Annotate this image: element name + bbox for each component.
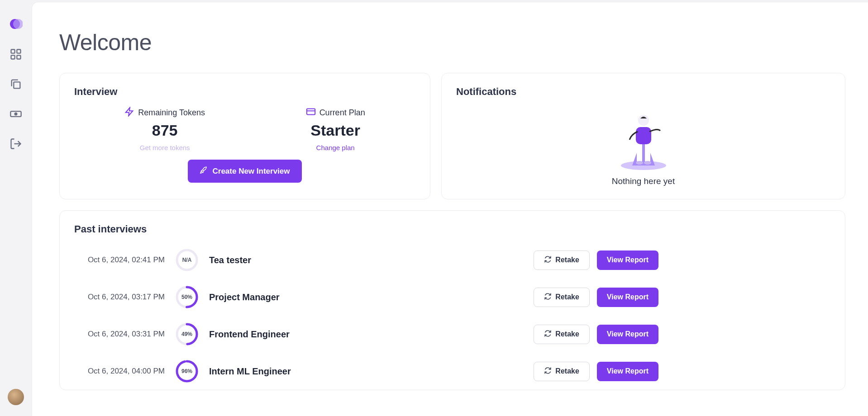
main-content: Welcome Interview Remaining Tokens 875 G… bbox=[32, 2, 868, 416]
svg-rect-3 bbox=[17, 50, 20, 53]
score-text: 49% bbox=[175, 322, 199, 346]
interview-title: Intern ML Engineer bbox=[209, 366, 524, 377]
notifications-empty-text: Nothing here yet bbox=[612, 176, 675, 186]
svg-rect-2 bbox=[11, 50, 15, 53]
interview-date: Oct 6, 2024, 03:17 PM bbox=[74, 293, 165, 302]
svg-rect-5 bbox=[17, 55, 20, 59]
retake-button[interactable]: Retake bbox=[534, 251, 589, 270]
retake-label: Retake bbox=[555, 256, 579, 264]
view-report-button[interactable]: View Report bbox=[597, 251, 658, 270]
interview-heading: Interview bbox=[74, 86, 415, 98]
interview-title: Project Manager bbox=[209, 292, 524, 303]
interview-title: Tea tester bbox=[209, 255, 524, 265]
interview-date: Oct 6, 2024, 02:41 PM bbox=[74, 255, 165, 265]
lightning-icon bbox=[124, 107, 134, 119]
nav-billing-icon[interactable] bbox=[10, 108, 22, 120]
nav-copy-icon[interactable] bbox=[10, 78, 22, 90]
app-logo bbox=[9, 17, 23, 31]
score-text: 50% bbox=[175, 285, 199, 309]
view-report-button[interactable]: View Report bbox=[597, 325, 658, 344]
svg-rect-12 bbox=[637, 143, 642, 162]
get-tokens-link[interactable]: Get more tokens bbox=[140, 144, 190, 151]
avatar[interactable] bbox=[8, 389, 24, 405]
notifications-card: Notifications bbox=[441, 73, 845, 199]
retake-label: Retake bbox=[555, 293, 579, 301]
past-interviews-card: Past interviews Oct 6, 2024, 02:41 PM N/… bbox=[59, 210, 845, 390]
refresh-icon bbox=[544, 255, 552, 265]
retake-button[interactable]: Retake bbox=[534, 325, 589, 344]
score-ring: 49% bbox=[175, 322, 199, 346]
svg-point-17 bbox=[644, 161, 651, 165]
svg-rect-4 bbox=[11, 55, 15, 59]
retake-button[interactable]: Retake bbox=[534, 362, 589, 381]
sidebar bbox=[0, 0, 32, 416]
score-ring: 50% bbox=[175, 285, 199, 309]
score-ring: N/A bbox=[175, 248, 199, 272]
plan-label: Current Plan bbox=[320, 108, 365, 118]
interview-card: Interview Remaining Tokens 875 Get more … bbox=[59, 73, 430, 199]
interview-date: Oct 6, 2024, 03:31 PM bbox=[74, 330, 165, 339]
change-plan-link[interactable]: Change plan bbox=[316, 144, 355, 151]
page-title: Welcome bbox=[59, 29, 845, 56]
svg-point-8 bbox=[15, 113, 17, 115]
past-heading: Past interviews bbox=[74, 223, 830, 235]
past-interview-row: Oct 6, 2024, 03:17 PM 50% Project Manage… bbox=[74, 279, 830, 316]
score-text: 96% bbox=[175, 359, 199, 383]
refresh-icon bbox=[544, 330, 552, 339]
retake-label: Retake bbox=[555, 330, 579, 338]
refresh-icon bbox=[544, 293, 552, 302]
nav-logout-icon[interactable] bbox=[10, 137, 22, 150]
interview-title: Frontend Engineer bbox=[209, 329, 524, 340]
svg-point-16 bbox=[636, 161, 643, 165]
view-report-button[interactable]: View Report bbox=[597, 288, 658, 307]
past-interview-row: Oct 6, 2024, 02:41 PM N/A Tea tester Ret… bbox=[74, 241, 830, 279]
card-icon bbox=[306, 107, 316, 119]
notifications-heading: Notifications bbox=[456, 86, 830, 98]
empty-illustration bbox=[619, 107, 668, 170]
plan-stat: Current Plan Starter Change plan bbox=[306, 107, 365, 151]
view-report-button[interactable]: View Report bbox=[597, 362, 658, 381]
retake-label: Retake bbox=[555, 367, 579, 375]
plan-value: Starter bbox=[310, 122, 360, 139]
refresh-icon bbox=[544, 367, 552, 376]
svg-rect-9 bbox=[306, 109, 315, 115]
svg-rect-14 bbox=[636, 127, 651, 144]
create-interview-button[interactable]: Create New Interview bbox=[188, 160, 301, 183]
svg-point-15 bbox=[638, 115, 649, 126]
svg-rect-13 bbox=[645, 143, 650, 162]
interview-date: Oct 6, 2024, 04:00 PM bbox=[74, 367, 165, 376]
retake-button[interactable]: Retake bbox=[534, 288, 589, 307]
score-ring: 96% bbox=[175, 359, 199, 383]
tokens-stat: Remaining Tokens 875 Get more tokens bbox=[124, 107, 205, 151]
svg-rect-6 bbox=[14, 82, 20, 88]
score-text: N/A bbox=[175, 248, 199, 272]
tokens-label: Remaining Tokens bbox=[138, 108, 205, 118]
past-interview-row: Oct 6, 2024, 03:31 PM 49% Frontend Engin… bbox=[74, 316, 830, 353]
create-button-label: Create New Interview bbox=[212, 167, 290, 176]
past-interview-row: Oct 6, 2024, 04:00 PM 96% Intern ML Engi… bbox=[74, 353, 830, 390]
tokens-value: 875 bbox=[152, 122, 178, 139]
rocket-icon bbox=[200, 166, 208, 176]
nav-dashboard-icon[interactable] bbox=[10, 48, 22, 61]
svg-point-1 bbox=[13, 19, 23, 29]
